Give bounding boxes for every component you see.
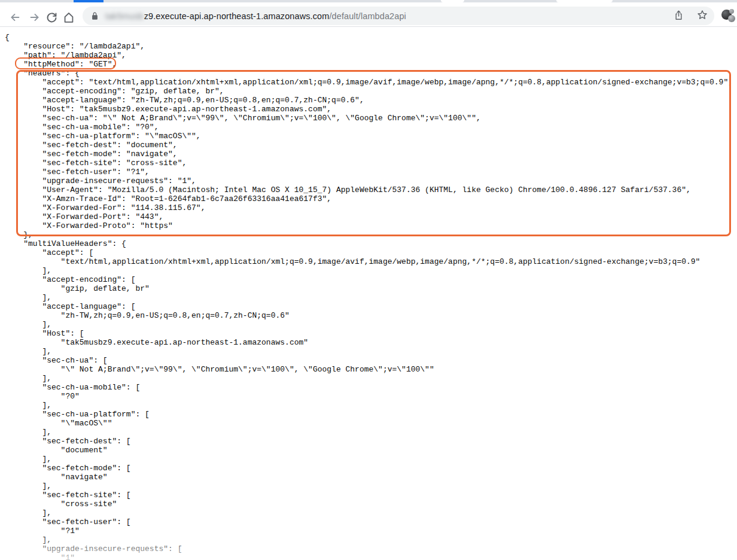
annotation-box-httpmethod [15,57,116,69]
url-path: /default/lambda2api [329,11,406,21]
forward-arrow-icon [28,11,41,24]
browser-toolbar: tak5musbz9.execute-api.ap-northeast-1.am… [0,2,737,27]
lock-icon[interactable] [90,11,99,21]
forward-button[interactable] [27,10,42,25]
avatar-sphere [728,15,735,22]
avatar-sphere [729,9,734,14]
profile-avatar[interactable] [721,8,736,23]
bookmark-star-button[interactable] [690,7,714,25]
share-icon [673,10,684,23]
url-host: z9.execute-api.ap-northeast-1.amazonaws.… [144,11,330,21]
back-button[interactable] [7,10,23,25]
url-redacted-prefix: tak5musb [105,11,144,21]
address-bar[interactable]: tak5musbz9.execute-api.ap-northeast-1.am… [83,7,714,25]
url-text: tak5musbz9.execute-api.ap-northeast-1.am… [105,11,406,21]
reload-button[interactable] [44,10,59,25]
home-button[interactable] [61,10,77,25]
star-icon [696,9,708,23]
browser-window: tak5musbz9.execute-api.ap-northeast-1.am… [0,0,737,560]
omnibox-actions [666,7,714,25]
reload-icon [45,11,58,24]
home-icon [62,11,75,24]
annotation-box-headers [16,70,731,236]
back-arrow-icon [8,11,22,24]
page-content: { "resource": "/lambda2api", "path": "/l… [0,27,737,560]
share-button[interactable] [666,7,690,25]
